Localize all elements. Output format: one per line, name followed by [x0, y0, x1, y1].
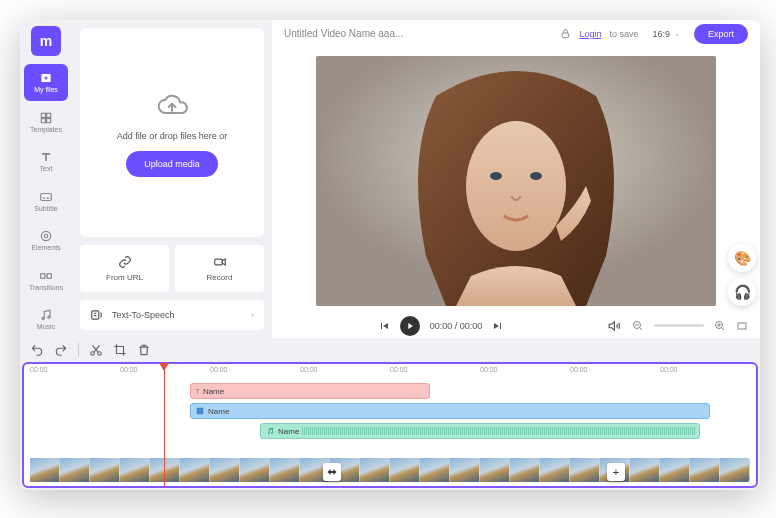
templates-icon: [39, 111, 53, 125]
video-thumbnail[interactable]: [450, 458, 480, 482]
sidebar-item-myfiles[interactable]: My files: [24, 64, 68, 101]
sidebar: m My files Templates Text Subtitle Eleme…: [20, 20, 72, 338]
playhead[interactable]: [164, 364, 165, 486]
support-button[interactable]: 🎧: [728, 278, 756, 306]
redo-button[interactable]: [54, 343, 68, 357]
video-thumbnail[interactable]: [690, 458, 720, 482]
transition-marker[interactable]: [323, 463, 341, 481]
fit-button[interactable]: [736, 320, 748, 332]
time-total: 00:00: [460, 321, 483, 331]
video-thumbnail[interactable]: [480, 458, 510, 482]
add-marker[interactable]: +: [607, 463, 625, 481]
action-label: Record: [207, 273, 233, 282]
sidebar-item-elements[interactable]: Elements: [24, 222, 68, 259]
playback-controls: 00:00 / 00:00: [272, 314, 760, 338]
video-thumbnail[interactable]: [630, 458, 660, 482]
video-thumbnail[interactable]: [240, 458, 270, 482]
skip-back-button[interactable]: [378, 320, 390, 332]
video-thumbnail[interactable]: [510, 458, 540, 482]
timeline-ruler[interactable]: 00:0000:0000:0000:0000:0000:0000:0000:00: [24, 364, 756, 380]
delete-button[interactable]: [137, 343, 151, 357]
lock-icon: [560, 28, 571, 39]
video-thumbnail[interactable]: [570, 458, 600, 482]
video-thumbnail[interactable]: [720, 458, 750, 482]
zoom-in-button[interactable]: [714, 320, 726, 332]
svg-rect-8: [41, 273, 45, 278]
timeline-toolbar: [20, 338, 760, 362]
video-thumbnail[interactable]: [180, 458, 210, 482]
sidebar-item-transitions[interactable]: Transitions: [24, 261, 68, 298]
video-thumbnail[interactable]: [540, 458, 570, 482]
svg-point-18: [530, 172, 542, 180]
text-icon: [39, 150, 53, 164]
audio-clip[interactable]: Name: [260, 423, 700, 439]
headset-icon: 🎧: [734, 284, 751, 300]
clip-label: Name: [203, 387, 224, 396]
ruler-tick: 00:00: [300, 366, 318, 373]
svg-point-6: [44, 235, 48, 239]
sidebar-item-templates[interactable]: Templates: [24, 103, 68, 140]
aspect-ratio-selector[interactable]: 16:9⌄: [646, 27, 686, 41]
zoom-out-button[interactable]: [632, 320, 644, 332]
music-icon: [39, 308, 53, 322]
cut-button[interactable]: [89, 343, 103, 357]
video-thumbnail[interactable]: [660, 458, 690, 482]
from-url-button[interactable]: From URL: [80, 245, 169, 292]
volume-button[interactable]: [608, 319, 622, 333]
sidebar-item-music[interactable]: Music: [24, 301, 68, 338]
sidebar-item-label: Text: [40, 165, 53, 172]
ruler-tick: 00:00: [480, 366, 498, 373]
text-to-speech-button[interactable]: Text-To-Speech ›: [80, 300, 264, 330]
time-current: 00:00: [430, 321, 453, 331]
shape-clip[interactable]: Name: [190, 403, 710, 419]
portrait-placeholder: [316, 56, 716, 306]
skip-forward-button[interactable]: [492, 320, 504, 332]
video-thumbnail[interactable]: [210, 458, 240, 482]
svg-point-11: [48, 316, 50, 318]
sidebar-item-label: My files: [34, 86, 58, 93]
tts-icon: [90, 308, 104, 322]
timeline: 00:0000:0000:0000:0000:0000:0000:0000:00…: [22, 362, 758, 488]
video-thumbnail[interactable]: [420, 458, 450, 482]
record-button[interactable]: Record: [175, 245, 264, 292]
video-thumbnail[interactable]: [30, 458, 60, 482]
preview-area: 🎨 🎧: [272, 48, 760, 314]
svg-rect-4: [47, 118, 51, 122]
video-thumbnail[interactable]: [120, 458, 150, 482]
svg-rect-9: [47, 273, 51, 278]
video-thumbnail[interactable]: [90, 458, 120, 482]
video-thumbnail[interactable]: [60, 458, 90, 482]
svg-point-7: [41, 232, 50, 241]
svg-rect-14: [563, 33, 569, 38]
chevron-right-icon: ›: [251, 310, 254, 320]
svg-point-17: [490, 172, 502, 180]
video-thumbnail[interactable]: [360, 458, 390, 482]
svg-rect-12: [214, 259, 222, 265]
undo-button[interactable]: [30, 343, 44, 357]
ruler-tick: 00:00: [390, 366, 408, 373]
transitions-icon: [39, 269, 53, 283]
svg-point-10: [42, 318, 44, 320]
drop-zone[interactable]: Add file or drop files here or Upload me…: [80, 28, 264, 237]
svg-rect-21: [738, 323, 746, 329]
shape-icon: [195, 406, 205, 416]
text-clip[interactable]: T Name: [190, 383, 430, 399]
sidebar-item-subtitle[interactable]: Subtitle: [24, 182, 68, 219]
zoom-slider[interactable]: [654, 324, 704, 327]
upload-media-button[interactable]: Upload media: [126, 151, 218, 177]
video-thumbnail[interactable]: [390, 458, 420, 482]
crop-button[interactable]: [113, 343, 127, 357]
login-link[interactable]: Login: [579, 29, 601, 39]
video-thumbnail[interactable]: [270, 458, 300, 482]
video-track[interactable]: +: [24, 458, 756, 486]
project-title[interactable]: Untitled Video Name aaa...: [284, 28, 552, 39]
video-thumbnail[interactable]: [150, 458, 180, 482]
sidebar-item-text[interactable]: Text: [24, 143, 68, 180]
save-text: to save: [609, 29, 638, 39]
palette-button[interactable]: 🎨: [728, 244, 756, 272]
clip-label: Name: [208, 407, 229, 416]
export-button[interactable]: Export: [694, 24, 748, 44]
video-preview[interactable]: [316, 56, 716, 306]
cloud-upload-icon: [156, 89, 188, 121]
play-button[interactable]: [400, 316, 420, 336]
